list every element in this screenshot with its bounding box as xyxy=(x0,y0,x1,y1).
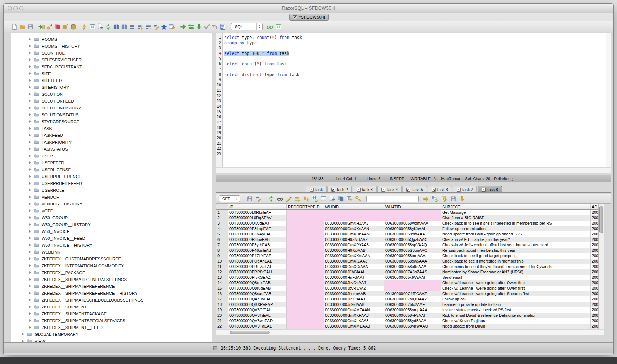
view-row-icon[interactable] xyxy=(277,196,283,202)
grid-cell[interactable] xyxy=(287,313,324,318)
tree-item-solutionstatus[interactable]: SOLUTIONSTATUS xyxy=(11,111,212,118)
indent-icon[interactable] xyxy=(137,23,143,30)
tree-item-rooms-history[interactable]: ROOMS__HISTORY xyxy=(11,43,212,49)
tree-item-zkfedex-shipmentspecialservices[interactable]: ZKFEDEX__SHIPMENTSPECIALSERVICES xyxy=(11,317,212,324)
grid-cell[interactable]: Check w/ Leanne - we're going after Owen… xyxy=(441,286,591,291)
grid-cell[interactable] xyxy=(384,286,441,291)
grid-cell[interactable]: 200 xyxy=(591,280,598,286)
expand-triangle-icon[interactable] xyxy=(21,332,25,336)
tree-item-zkfedex-customaddresssource[interactable]: ZKFEDEX__CUSTOMADDRESSSOURCE xyxy=(11,255,212,262)
zoom-window-button[interactable] xyxy=(19,6,23,10)
grid-cell[interactable]: Check back to see if interested in membe… xyxy=(441,259,591,264)
expand-triangle-icon[interactable] xyxy=(28,140,31,144)
row-number-cell[interactable]: 8 xyxy=(216,248,228,253)
expand-triangle-icon[interactable] xyxy=(28,243,31,247)
expand-triangle-icon[interactable] xyxy=(28,209,31,213)
grid-cell[interactable]: 006300000058yhWAAQ xyxy=(384,324,441,329)
disconnect-icon[interactable] xyxy=(46,23,53,30)
grid-cell[interactable] xyxy=(384,280,441,286)
rollback-icon[interactable] xyxy=(212,23,218,30)
grid-cell[interactable]: 0033000000H9aNBAAZ xyxy=(324,237,384,242)
table-row[interactable]: 1000T3000000POeAnEAL0033000000GmXIZAA300… xyxy=(216,259,598,264)
expand-triangle-icon[interactable] xyxy=(28,229,31,233)
table-row[interactable]: 1300T3000000PfvKSEAZ0033000000HirF8AAJ00… xyxy=(216,275,598,280)
grid-cell[interactable]: 200 xyxy=(591,313,598,318)
view-results-icon[interactable] xyxy=(267,23,273,30)
grid-cell[interactable]: 0033000000GmXOiAAN xyxy=(324,264,384,269)
result-tab-task-5[interactable]: task 5 xyxy=(402,186,427,192)
grid-cell[interactable]: 00T3000000QV8wsEAD xyxy=(228,318,287,324)
grid-horizontal-scrollbar-thumb[interactable] xyxy=(230,331,270,334)
execute-icon[interactable] xyxy=(180,23,186,30)
grid-cell[interactable]: Give Jenn a BIG RAISE xyxy=(441,215,591,221)
grid-cell[interactable]: 006300000058yPzAAI xyxy=(384,313,441,318)
grid-cell[interactable]: 200 xyxy=(591,248,598,253)
expand-triangle-icon[interactable] xyxy=(28,133,31,137)
grid-cell[interactable]: 00630000007bIQUAA2 xyxy=(384,296,441,302)
grid-vertical-scrollbar[interactable] xyxy=(598,204,604,329)
tree-item-zkfedex-shipmatepreference[interactable]: ZKFEDEX__SHIPMATEPREFERENCE xyxy=(11,283,212,290)
row-number-cell[interactable]: 12 xyxy=(216,269,228,275)
grid-cell[interactable]: 200 xyxy=(591,275,598,280)
database-browser-panel[interactable]: ROOMSROOMS__HISTORYSCONTROLSELFSERVICEUS… xyxy=(11,33,212,344)
grid-cell[interactable]: 00T3000000PRR8rEAH xyxy=(228,269,287,275)
search-results-icon[interactable] xyxy=(355,196,361,202)
expand-triangle-icon[interactable] xyxy=(28,106,31,110)
database-icon[interactable] xyxy=(70,23,77,30)
table-row[interactable]: 1800T3000000QBXPeEAP0033000000Ju9zlAAB00… xyxy=(216,302,598,307)
statement-type-select[interactable]: SQL ▲▼ xyxy=(231,23,263,30)
tree-item-zkfedex-shipmatescheduledjobssettings[interactable]: ZKFEDEX__SHIPMATESCHEDULEDJOBSSETTINGS xyxy=(11,296,212,303)
commit-icon[interactable] xyxy=(204,23,210,30)
grid-cell[interactable]: 200 xyxy=(591,286,598,291)
grid-cell[interactable] xyxy=(287,296,324,302)
grid-cell[interactable]: Nominated by Shane Freeman at ANZ (HR50) xyxy=(441,269,591,275)
tree-item-vote[interactable]: VOTE xyxy=(11,207,212,214)
fetch-more-icon[interactable] xyxy=(459,196,465,202)
grid-cell[interactable]: 200 xyxy=(591,259,598,264)
tree-item-global-temporary[interactable]: GLOBAL TEMPORARY xyxy=(11,331,212,338)
grid-cell[interactable]: 0033000000H9i0pAAB xyxy=(324,248,384,253)
copy-rows-icon[interactable] xyxy=(338,196,344,202)
close-tab-icon[interactable] xyxy=(406,188,410,192)
tree-item-userpreference[interactable]: USERPREFERENCE xyxy=(11,173,212,180)
grid-cell[interactable]: 0033000000JFhGlAAL xyxy=(324,269,384,275)
open-file-icon[interactable] xyxy=(19,23,26,30)
grid-cell[interactable]: 0033000000GmXKnAAN xyxy=(324,226,384,231)
grid-cell[interactable]: 0033000000JbvRJAAZ xyxy=(324,286,384,291)
grid-cell[interactable]: 0033000000GmXHnAAN xyxy=(324,231,384,237)
grid-cell[interactable]: 00630000005QgzhAAC xyxy=(384,237,441,242)
grid-cell[interactable]: 0033000000GmXHJAA3 xyxy=(324,221,384,226)
table-row[interactable]: 2200T3000000QV9FaEAL0033000000GmXMDAA300… xyxy=(216,324,598,329)
grid-cell[interactable]: Get Massage xyxy=(441,210,591,215)
close-tab-icon[interactable] xyxy=(357,188,361,192)
close-tab-icon[interactable] xyxy=(432,188,436,192)
tree-item-selfserviceuser[interactable]: SELFSERVICEUSER xyxy=(11,56,212,63)
table-row[interactable]: 300T3000000OiyJgEAJ0033000000GmXHJAA3006… xyxy=(216,221,598,226)
transpose-icon[interactable] xyxy=(346,196,353,202)
close-tab-icon[interactable] xyxy=(482,188,486,192)
grid-cell[interactable] xyxy=(287,286,324,291)
row-number-cell[interactable]: 7 xyxy=(216,242,228,248)
notebook-icon[interactable] xyxy=(113,23,120,30)
grid-cell[interactable]: Check w/ Leanne - we're going after Shea… xyxy=(441,291,591,296)
grid-cell[interactable] xyxy=(287,221,324,226)
tree-item-solution[interactable]: SOLUTION xyxy=(11,91,212,98)
tree-item-taskstatus[interactable]: TASKSTATUS xyxy=(11,146,212,152)
expand-triangle-icon[interactable] xyxy=(28,113,31,117)
tree-item-sitefeed[interactable]: SITEFEED xyxy=(11,77,212,84)
expand-triangle-icon[interactable] xyxy=(28,202,31,206)
grid-cell[interactable] xyxy=(287,318,324,324)
grid-cell[interactable]: 0033000000GmXPYAA3 xyxy=(324,242,384,248)
expand-triangle-icon[interactable] xyxy=(28,37,31,41)
result-tab-task[interactable]: task xyxy=(306,186,327,192)
grid-cell[interactable]: 00T3000000P47LYEAZ xyxy=(228,253,287,259)
tree-item-taskpriority[interactable]: TASKPRIORITY xyxy=(11,139,212,146)
expand-triangle-icon[interactable] xyxy=(28,195,31,199)
grid-cell[interactable]: Check-in w/ Ed - can he join this year? xyxy=(441,237,591,242)
table-row[interactable]: 1900T3000000QV8CfEAL0033000000GmXM7AAN00… xyxy=(216,307,598,313)
grid-cell[interactable]: 00T3000000L0RqSEAV xyxy=(228,215,287,221)
expand-triangle-icon[interactable] xyxy=(28,188,31,192)
column-header-id[interactable]: ID xyxy=(228,204,287,209)
tree-item-vendor[interactable]: VENDOR xyxy=(11,194,212,200)
editor-vertical-scrollbar[interactable] xyxy=(606,33,611,167)
